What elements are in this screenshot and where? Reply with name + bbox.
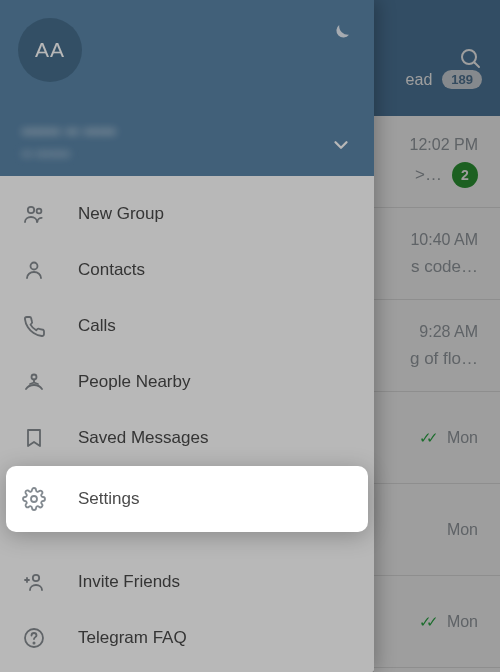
menu-label: Settings (78, 489, 139, 509)
svg-point-6 (31, 496, 37, 502)
chevron-down-icon[interactable] (330, 134, 352, 156)
menu-item-calls[interactable]: Calls (0, 298, 374, 354)
menu-item-invite-friends[interactable]: Invite Friends (0, 554, 374, 610)
people-nearby-icon (22, 370, 46, 394)
navigation-drawer: AA •••••• •• ••••• •• ••••••• New Group … (0, 0, 374, 672)
menu-item-people-nearby[interactable]: People Nearby (0, 354, 374, 410)
help-icon (22, 626, 46, 650)
menu-label: Telegram FAQ (78, 628, 187, 648)
menu-label: New Group (78, 204, 164, 224)
phone-icon (22, 314, 46, 338)
gear-icon (22, 487, 46, 511)
svg-point-11 (33, 642, 34, 643)
drawer-menu: New Group Contacts Calls People Nearby S (0, 176, 374, 672)
menu-item-settings[interactable]: Settings (6, 466, 368, 532)
menu-label: Invite Friends (78, 572, 180, 592)
menu-label: Contacts (78, 260, 145, 280)
svg-point-4 (31, 263, 38, 270)
svg-point-3 (37, 209, 42, 214)
menu-item-saved-messages[interactable]: Saved Messages (0, 410, 374, 466)
menu-item-contacts[interactable]: Contacts (0, 242, 374, 298)
svg-point-7 (33, 575, 39, 581)
menu-label: Calls (78, 316, 116, 336)
menu-label: Saved Messages (78, 428, 208, 448)
profile-name: •••••• •• ••••• (22, 122, 352, 142)
person-icon (22, 258, 46, 282)
group-icon (22, 202, 46, 226)
add-person-icon (22, 570, 46, 594)
svg-point-2 (28, 207, 34, 213)
profile-phone: •• ••••••• (22, 146, 352, 162)
menu-label: People Nearby (78, 372, 190, 392)
drawer-header: AA •••••• •• ••••• •• ••••••• (0, 0, 374, 176)
bookmark-icon (22, 426, 46, 450)
avatar[interactable]: AA (18, 18, 82, 82)
moon-icon[interactable] (328, 22, 352, 46)
menu-item-faq[interactable]: Telegram FAQ (0, 610, 374, 666)
menu-item-new-group[interactable]: New Group (0, 186, 374, 242)
avatar-initials: AA (35, 38, 65, 62)
